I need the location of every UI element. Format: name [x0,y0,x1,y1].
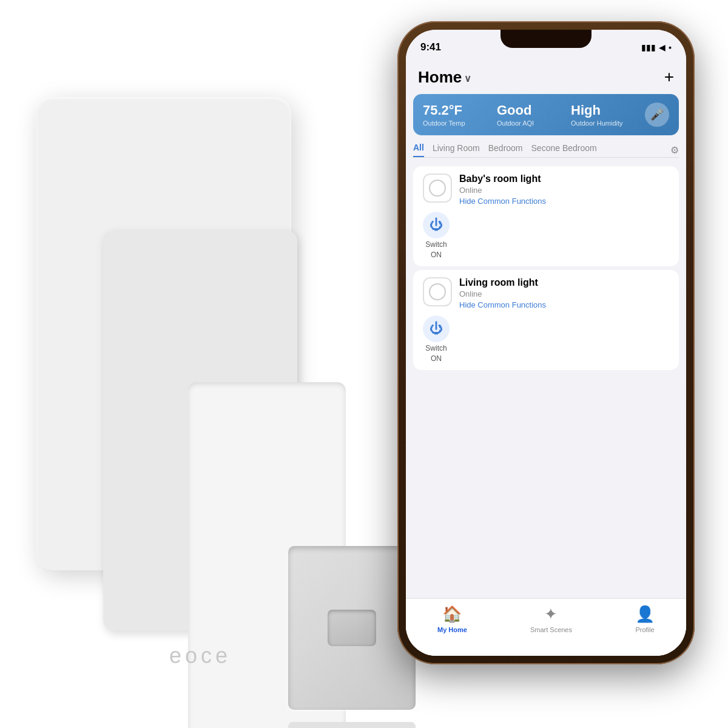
device-controls-living-room: ⏻ Switch ON [423,315,669,363]
app-content: Home ∨ + 75.2°F Outdoor Temp Good Outdoo… [406,60,686,656]
device-icon-box-babys-room[interactable] [423,174,452,203]
switch-plate: OFF LED Auto [103,231,297,631]
switch-state-babys-room: ON [431,251,442,259]
switch-label-babys-room: Switch [425,240,447,249]
mic-icon: 🎤 [650,108,664,121]
tab-all[interactable]: All [413,143,424,157]
device-name-babys-room: Baby's room light [459,174,669,184]
weather-banner: 75.2°F Outdoor Temp Good Outdoor AQI Hig… [413,94,679,135]
status-icons: ▮▮▮ ◀ ▪ [641,42,672,52]
wifi-icon: ◀ [659,42,666,52]
device-name-living-room: Living room light [459,277,669,288]
device-icon-inner-living-room [429,283,446,300]
status-time: 9:41 [420,41,441,53]
device-icon-inner-babys-room [429,180,446,197]
device-info-babys-room: Baby's room light Online Hide Common Fun… [459,174,669,206]
device-status-babys-room: Online [459,186,669,195]
scenes-nav-label: Smart Scenes [530,626,572,633]
weather-temp: 75.2°F Outdoor Temp [423,103,497,127]
slider-area: OFF LED Auto [288,722,416,728]
brand-label: eoce [121,643,279,669]
device-list: Baby's room light Online Hide Common Fun… [406,158,686,379]
switch-state-living-room: ON [431,354,442,363]
humidity-value: High [571,103,645,118]
room-tabs: All Living Room Bedroom Secone Bedroom ⚙ [406,138,686,157]
home-nav-icon: 🏠 [442,605,462,624]
tab-bedroom[interactable]: Bedroom [488,143,523,157]
device-function-babys-room[interactable]: Hide Common Functions [459,197,669,206]
weather-aqi: Good Outdoor AQI [497,103,571,127]
switch-inner: OFF LED Auto [188,382,346,728]
aqi-value: Good [497,103,571,118]
device-header-babys-room: Baby's room light Online Hide Common Fun… [423,174,669,206]
aqi-label: Outdoor AQI [497,120,571,127]
bottom-nav: 🏠 My Home ✦ Smart Scenes 👤 Profile [406,598,686,656]
app-header: Home ∨ + [406,60,686,92]
app-header-title: Home ∨ [418,68,471,87]
wall-switch-background: OFF LED Auto eoce [36,97,291,570]
tab-second-bedroom[interactable]: Secone Bedroom [531,143,597,157]
power-icon-babys-room: ⏻ [430,217,443,233]
chevron-down-icon[interactable]: ∨ [464,73,471,84]
power-button-babys-room[interactable]: ⏻ [423,212,450,238]
nav-item-my-home[interactable]: 🏠 My Home [437,605,467,633]
phone-screen: 9:41 ▮▮▮ ◀ ▪ Home ∨ + 75.2°F Outdo [406,30,686,656]
home-nav-label: My Home [437,626,467,633]
signal-icon: ▮▮▮ [641,42,656,52]
device-status-living-room: Online [459,289,669,298]
profile-nav-icon: 👤 [635,605,655,624]
home-title: Home [418,68,462,87]
scenes-nav-icon: ✦ [544,605,558,624]
power-icon-living-room: ⏻ [430,321,443,337]
device-card-babys-room: Baby's room light Online Hide Common Fun… [413,166,679,266]
nav-item-profile[interactable]: 👤 Profile [635,605,655,633]
phone-frame: 9:41 ▮▮▮ ◀ ▪ Home ∨ + 75.2°F Outdo [397,21,695,664]
switch-control-living-room: ⏻ Switch ON [423,315,450,363]
device-icon-box-living-room[interactable] [423,277,452,306]
sensor-window [288,546,416,710]
device-info-living-room: Living room light Online Hide Common Fun… [459,277,669,309]
sensor-eye [328,610,376,646]
add-button[interactable]: + [664,67,674,87]
mic-button[interactable]: 🎤 [645,103,669,127]
settings-gear-icon[interactable]: ⚙ [670,144,679,156]
nav-item-smart-scenes[interactable]: ✦ Smart Scenes [530,605,572,633]
weather-humidity: High Outdoor Humidity [571,103,645,127]
temp-value: 75.2°F [423,103,497,118]
tab-living-room[interactable]: Living Room [433,143,480,157]
device-header-living-room: Living room light Online Hide Common Fun… [423,277,669,309]
device-card-living-room: Living room light Online Hide Common Fun… [413,270,679,370]
device-function-living-room[interactable]: Hide Common Functions [459,300,669,309]
switch-label-living-room: Switch [425,344,447,352]
profile-nav-label: Profile [635,626,654,633]
power-button-living-room[interactable]: ⏻ [423,315,450,342]
device-controls-babys-room: ⏻ Switch ON [423,212,669,259]
notch [500,30,592,48]
temp-label: Outdoor Temp [423,120,497,127]
battery-icon: ▪ [669,42,672,52]
humidity-label: Outdoor Humidity [571,120,645,127]
switch-control-babys-room: ⏻ Switch ON [423,212,450,259]
